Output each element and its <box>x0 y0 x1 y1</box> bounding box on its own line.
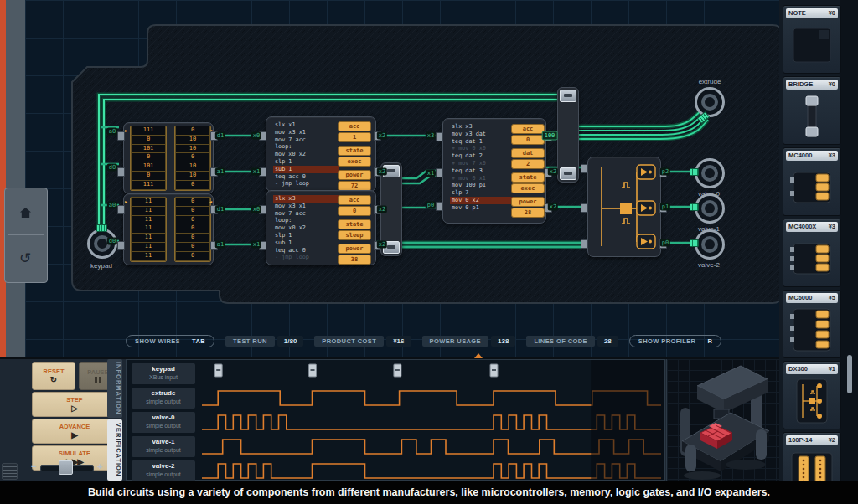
rom-column[interactable]: 11111111111111 <box>130 197 167 262</box>
sidebar-item-100p14[interactable]: 100P-14¥2 <box>783 432 841 481</box>
speed-slider-thumb[interactable] <box>59 460 73 475</box>
undo-button[interactable]: ↺ <box>11 240 39 275</box>
speed-minus[interactable]: − <box>31 461 36 472</box>
code-line[interactable]: + mov 7 x0 <box>450 160 514 167</box>
microcontroller-3[interactable]: slx x3mov x3 datteq dat 1+ mov 0 x0teq d… <box>442 118 546 224</box>
memory-chip-1[interactable]: ▸◂ 111010101010111 01010010100 <box>123 122 214 194</box>
rom-column[interactable]: 01010010100 <box>174 126 211 191</box>
pin-label-d0: d0 <box>107 238 117 245</box>
code-line[interactable]: + mov 0 x1 <box>450 175 514 183</box>
code-line[interactable]: sub 1 <box>273 166 339 173</box>
chip-pin[interactable] <box>117 205 125 214</box>
code-line[interactable]: - jmp loop <box>273 254 339 261</box>
code-line[interactable]: teq dat 1 <box>450 138 514 146</box>
dx300-chip[interactable] <box>587 157 661 257</box>
code-line[interactable]: teq acc 0 <box>273 173 339 181</box>
code-line[interactable]: slp 1 <box>273 158 339 166</box>
signal-label-valve-0: valve-0simple output <box>132 412 195 433</box>
code-line[interactable]: slx x3 <box>273 195 339 203</box>
code-line[interactable]: slp 7 <box>450 189 514 197</box>
sidebar-scroll-rail[interactable] <box>840 0 858 481</box>
sidebar-item-bridge[interactable]: BRIDGE¥0 <box>783 76 841 145</box>
code-line[interactable]: loop: <box>273 217 339 224</box>
chip-pin[interactable] <box>436 168 443 177</box>
sidebar-item-mc4000[interactable]: MC4000¥3 <box>783 147 841 216</box>
code-line[interactable]: mov 0 p1 <box>450 204 514 212</box>
mc4000-icon <box>783 162 840 213</box>
product-cost-indicator: PRODUCT COST ¥16 <box>314 336 411 347</box>
code-line[interactable]: slx x1 <box>273 121 339 129</box>
rom-column[interactable]: 111010101010111 <box>130 126 167 191</box>
rom-cell[interactable]: 11 <box>131 251 166 261</box>
menu-icon[interactable] <box>2 463 18 480</box>
future-dim-overlay <box>591 360 664 480</box>
code-line[interactable]: mov x0 x2 <box>273 224 339 232</box>
microcontroller-2[interactable]: slx x3mov x3 x1mov 7 accloop:mov x0 x2sl… <box>266 190 376 265</box>
wire-bridge[interactable] <box>557 87 579 183</box>
code-line[interactable]: mov 0 x2 <box>450 197 514 204</box>
100p14-icon <box>783 447 840 481</box>
rom-cell[interactable]: 0 <box>175 180 210 190</box>
terminal-extrude[interactable] <box>695 87 725 117</box>
code-line[interactable]: mov x3 dat <box>450 131 514 138</box>
tab-information[interactable]: INFORMATION <box>107 359 122 418</box>
pin-label-a1: a1 <box>215 168 225 176</box>
chip-pin[interactable] <box>117 241 125 250</box>
show-profiler-toggle[interactable]: SHOW PROFILER R <box>629 335 721 347</box>
chip-pin[interactable] <box>117 131 125 141</box>
code-line[interactable]: teq acc 0 <box>273 247 339 255</box>
sidebar-item-dx300[interactable]: DX300¥1 <box>783 361 841 429</box>
memory-chip-2[interactable]: ▸◂ 11111111111111 0000000 <box>123 193 214 265</box>
code-editor[interactable]: slx x1mov x3 x1mov 7 accloop:mov x0 x2sl… <box>273 121 339 188</box>
terminal-valve-0[interactable] <box>695 158 725 188</box>
sidebar-item-mc4000x[interactable]: MC4000X¥3 <box>783 219 841 287</box>
terminal-connector <box>690 168 699 176</box>
sidebar-item-mc6000[interactable]: MC6000¥5 <box>783 290 841 358</box>
rom-column[interactable]: 0000000 <box>174 197 211 262</box>
code-line[interactable]: teq dat 2 <box>450 152 514 160</box>
code-editor[interactable]: slx x3mov x3 x1mov 7 accloop:mov x0 x2sl… <box>273 195 339 261</box>
step-button[interactable]: STEP ▷ <box>32 392 117 417</box>
terminal-valve-2[interactable] <box>695 229 725 260</box>
signal-label-valve-1: valve-1simple output <box>132 436 195 457</box>
code-editor[interactable]: slx x3mov x3 datteq dat 1+ mov 0 x0teq d… <box>450 123 514 212</box>
home-icon <box>19 207 32 219</box>
code-line[interactable]: mov 7 acc <box>273 210 339 218</box>
rom-cell[interactable]: 0 <box>175 251 210 261</box>
code-line[interactable]: mov x0 x2 <box>273 151 339 158</box>
code-line[interactable]: slp 1 <box>273 232 339 239</box>
pin-label-x1: x1 <box>426 170 436 177</box>
home-button[interactable] <box>11 195 39 230</box>
advance-button[interactable]: ADVANCE ▶ <box>32 419 117 444</box>
chip-pin[interactable] <box>436 202 443 211</box>
code-line[interactable]: sub 1 <box>273 239 339 247</box>
machine-illustration <box>666 359 780 481</box>
show-wires-toggle[interactable]: SHOW WIRES TAB <box>126 335 214 347</box>
code-line[interactable]: + mov 0 x0 <box>450 145 514 152</box>
code-line[interactable]: mov x3 x1 <box>273 129 339 136</box>
reset-button[interactable]: RESET ↻ <box>32 362 75 390</box>
chip-pin[interactable] <box>436 132 443 141</box>
chip-pin[interactable] <box>581 239 588 249</box>
code-line[interactable]: teq dat 3 <box>450 167 514 175</box>
speed-plus[interactable]: + <box>97 461 102 472</box>
bridge-cap <box>560 167 576 180</box>
chip-pin[interactable] <box>581 164 588 173</box>
code-line[interactable]: mov 100 p1 <box>450 182 514 189</box>
code-line[interactable]: mov 7 acc <box>273 136 339 144</box>
shenzhen-io-window: ↺ ▸◂ 111010101010111 01010010100 ▸◂ 1111… <box>0 0 858 504</box>
register-power: power72 <box>338 170 371 191</box>
register-acc: acc0 <box>338 195 371 216</box>
rom-cell[interactable]: 111 <box>131 180 166 190</box>
code-line[interactable]: slx x3 <box>450 123 514 131</box>
sidebar-scrollbar[interactable] <box>847 355 852 393</box>
code-line[interactable]: mov x3 x1 <box>273 203 339 210</box>
terminal-valve-1[interactable] <box>695 193 725 224</box>
microcontroller-1[interactable]: slx x1mov x3 x1mov 7 accloop:mov x0 x2sl… <box>266 116 376 192</box>
code-line[interactable]: - jmp loop <box>273 180 339 188</box>
sidebar-item-note[interactable]: NOTE¥0 <box>783 5 841 74</box>
tab-verification[interactable]: VERIFICATION <box>107 419 122 481</box>
code-line[interactable]: loop: <box>273 143 339 151</box>
chip-pin[interactable] <box>581 203 588 213</box>
chip-pin[interactable] <box>117 167 125 177</box>
